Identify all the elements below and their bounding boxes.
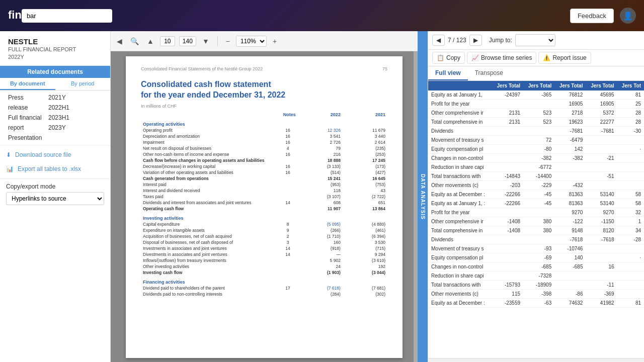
copy-mode-label: Copy/export mode	[6, 183, 104, 190]
right-panel-toolbar: ◀ 7 / 123 ▶ Jump to:	[428, 31, 644, 50]
col-2022: 2022	[298, 112, 343, 118]
cash-flow-table: Notes 2022 2021 Operating activitiesOper…	[141, 112, 387, 297]
table-row: Total comprehensive in213152319623222772…	[428, 118, 644, 127]
prev-nav-button[interactable]: ◀	[432, 35, 445, 46]
table-row: Total comprehensive in-14083809148812034	[428, 226, 644, 235]
page-number-display: 10	[160, 36, 175, 46]
table-row: Other movements (c)-203-229-432	[428, 181, 644, 190]
table-row: Movement of treasury s72-6479	[428, 136, 644, 145]
warning-icon: ⚠️	[543, 54, 550, 61]
data-table-container: Jers TotalJers TotalJers TotalJers Total…	[428, 81, 644, 358]
company-subtitle: FULL FINANCIAL REPORT 2022Y	[8, 46, 102, 61]
table-row: Equity compensation pl-80142·	[428, 145, 644, 154]
doc-title: Consolidated cash flow statement for the…	[141, 79, 387, 101]
right-panel: ◀ 7 / 123 ▶ Jump to: 📋 Copy 📈 Browse tim…	[428, 31, 644, 362]
separator	[217, 36, 218, 46]
top-header: finbar Feedback 👤	[0, 0, 644, 31]
tab-by-document[interactable]: By document	[0, 78, 55, 90]
table-row: Equity as at December :-22266-4581363531…	[428, 190, 644, 199]
list-item[interactable]: report 2023Y	[0, 123, 110, 133]
doc-list: Press 2021Y release 2022H1 Full financia…	[0, 90, 110, 145]
list-item[interactable]: Presentation	[0, 133, 110, 143]
page-number: 75	[382, 66, 387, 71]
doc-toolbar: ◀ 🔍 ▲ 10 140 ▼ − 110% 75% 100% 125% 150%…	[111, 31, 418, 51]
header-left: finbar	[8, 9, 112, 23]
scroll-bar[interactable]	[414, 51, 418, 362]
right-page-display: 7 / 123	[448, 37, 466, 44]
doc-content: Consolidated Financial Statements of the…	[111, 51, 418, 362]
table-row: Other comprehensive ir-1408380-122-11501	[428, 217, 644, 226]
table-row: Changes in non-control-685-68516	[428, 262, 644, 272]
col-notes: Notes	[278, 112, 298, 118]
jump-label: Jump to:	[489, 37, 512, 44]
logo-fin: fin	[8, 9, 22, 21]
tab-full-view[interactable]: Full view	[428, 66, 468, 80]
table-row: Total transactions with-14843-14400-51	[428, 172, 644, 181]
copy-mode-select[interactable]: Hyperlinks to source	[6, 192, 104, 205]
download-source-button[interactable]: ⬇ Download source file	[6, 149, 104, 160]
table-row: Equity compensation pl-69140·	[428, 253, 644, 262]
related-docs-header: Related documents	[0, 66, 110, 78]
tab-by-period[interactable]: By period	[55, 78, 111, 90]
sidebar: NESTLE FULL FINANCIAL REPORT 2022Y Relat…	[0, 31, 111, 362]
table-row: Changes in non-control-382-382-21	[428, 154, 644, 163]
list-item[interactable]: Press 2021Y	[0, 93, 110, 103]
copy-icon: 📋	[437, 54, 444, 61]
expand-button[interactable]: ▼	[200, 36, 211, 46]
search-button[interactable]: 🔍	[128, 36, 141, 46]
header-right: Feedback 👤	[570, 8, 636, 24]
prev-page-button[interactable]: ▲	[145, 36, 156, 46]
table-row: Dividends-7618-7618-28	[428, 235, 644, 244]
doc-page: Consolidated Financial Statements of the…	[126, 56, 403, 358]
feedback-button[interactable]: Feedback	[570, 9, 614, 23]
list-item[interactable]: release 2022H1	[0, 103, 110, 113]
view-tabs: Full view Transpose	[428, 66, 644, 81]
list-item[interactable]: Full financial 2023H1	[0, 113, 110, 123]
sidebar-actions: ⬇ Download source file 📊 Export all tabl…	[0, 145, 110, 178]
report-issue-button[interactable]: ⚠️ Report issue	[538, 52, 591, 64]
company-info: NESTLE FULL FINANCIAL REPORT 2022Y	[0, 31, 110, 66]
zoom-in-button[interactable]: +	[271, 36, 279, 46]
data-analysis-tab[interactable]: DATA ANALYSIS	[418, 31, 428, 362]
currency-note: In millions of CHF	[141, 104, 387, 109]
table-row: Other comprehensive ir21315232718537228	[428, 109, 644, 118]
page-header: Consolidated Financial Statements of the…	[141, 66, 387, 71]
col-2021: 2021	[343, 112, 387, 118]
doc-viewer: ◀ 🔍 ▲ 10 140 ▼ − 110% 75% 100% 125% 150%…	[111, 31, 418, 362]
time-series-icon: 📈	[471, 54, 479, 61]
table-row: Profit for the year169051690525	[428, 100, 644, 109]
download-icon: ⬇	[6, 151, 11, 158]
data-table: Jers TotalJers TotalJers TotalJers Total…	[428, 81, 644, 308]
export-tables-button[interactable]: 📊 Export all tables to .xlsx	[6, 163, 104, 174]
table-row: Total transactions with-15793-18909-11	[428, 281, 644, 290]
table-row: Equity as at January 1, :-22266-45813635…	[428, 199, 644, 208]
table-row: Equity as at January 1,-24397-3657681245…	[428, 90, 644, 100]
copy-mode-section: Copy/export mode Hyperlinks to source	[0, 178, 110, 209]
next-nav-button[interactable]: ▶	[469, 35, 482, 46]
doc-tabs: By document By period	[0, 78, 110, 90]
jump-select[interactable]	[515, 34, 555, 46]
table-row: Movement of treasury s-93-10746	[428, 244, 644, 253]
sidebar-collapse-button[interactable]: ◀	[115, 36, 124, 46]
browse-time-series-button[interactable]: 📈 Browse time series	[467, 52, 536, 64]
copy-button[interactable]: 📋 Copy	[432, 52, 465, 64]
logo: finbar	[8, 9, 112, 23]
zoom-out-button[interactable]: −	[224, 36, 232, 46]
search-input[interactable]: bar	[22, 9, 112, 23]
table-row: Profit for the year9270927032	[428, 208, 644, 217]
page-header-left: Consolidated Financial Statements of the…	[141, 66, 263, 71]
page-total-display: 140	[179, 36, 196, 46]
zoom-select[interactable]: 110% 75% 100% 125% 150%	[236, 36, 267, 47]
tab-transpose[interactable]: Transpose	[468, 66, 510, 80]
table-row: Equity as at December :-23559-6374632419…	[428, 299, 644, 308]
horizontal-scroll[interactable]	[428, 358, 644, 362]
company-name: NESTLE	[8, 37, 102, 46]
export-icon: 📊	[6, 165, 14, 172]
table-row: Other movements (c)115-398-86-369	[428, 290, 644, 299]
right-panel-actions: 📋 Copy 📈 Browse time series ⚠️ Report is…	[428, 50, 644, 66]
table-row: Reduction in share capi-7328	[428, 272, 644, 281]
main-layout: NESTLE FULL FINANCIAL REPORT 2022Y Relat…	[0, 31, 644, 362]
table-row: Dividends-7681-7681-30	[428, 127, 644, 136]
user-avatar[interactable]: 👤	[620, 8, 636, 24]
table-row: Reduction in share capi-6772	[428, 163, 644, 172]
